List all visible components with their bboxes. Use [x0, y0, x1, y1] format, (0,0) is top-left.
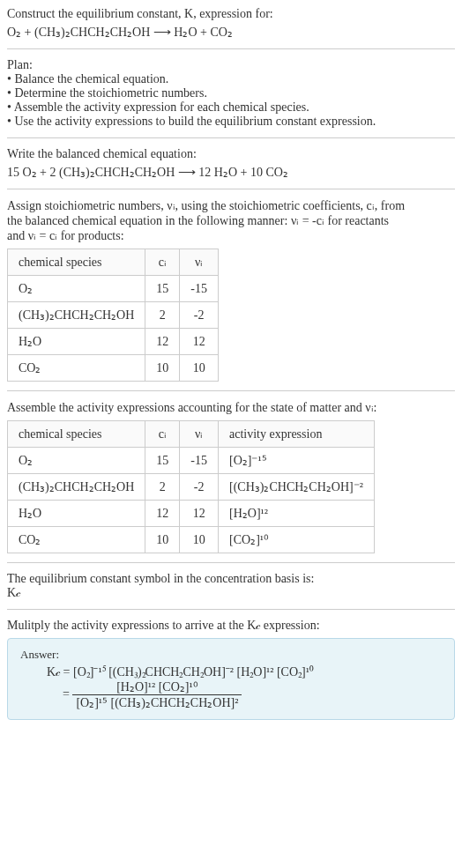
table-cell: 12 [145, 501, 180, 527]
intro: Construct the equilibrium constant, K, e… [7, 7, 455, 40]
table-row: CO₂ 10 10 [8, 355, 219, 382]
table-row: H₂O 12 12 [8, 329, 219, 355]
expr-line1: K𝒸 = [O₂]⁻¹⁵ [(CH₃)₂CHCH₂CH₂OH]⁻² [H₂O]¹… [47, 665, 442, 679]
activity-heading: Assemble the activity expressions accoun… [7, 400, 455, 415]
stoich-heading: Assign stoichiometric numbers, νᵢ, using… [7, 198, 455, 213]
table-cell: (CH₃)₂CHCH₂CH₂OH [8, 474, 145, 501]
table-cell: 10 [180, 355, 219, 382]
table-row: (CH₃)₂CHCH₂CH₂OH 2 -2 [8, 302, 219, 329]
table-cell: CO₂ [8, 527, 145, 553]
activity-table: chemical species cᵢ νᵢ activity expressi… [7, 420, 375, 553]
table-cell: 15 [145, 276, 180, 302]
table-cell: 10 [145, 527, 180, 553]
plan-item: • Determine the stoichiometric numbers. [7, 86, 455, 100]
table-header: activity expression [219, 421, 375, 448]
table-cell: 12 [145, 329, 180, 355]
fraction-numerator: [H₂O]¹² [CO₂]¹⁰ [72, 679, 242, 695]
table-cell: (CH₃)₂CHCH₂CH₂OH [8, 302, 145, 329]
divider [7, 137, 455, 138]
plan: Plan: • Balance the chemical equation. •… [7, 58, 455, 129]
intro-text: Construct the equilibrium constant, K, e… [7, 7, 455, 21]
table-cell: 10 [180, 527, 219, 553]
stoich-heading: and νᵢ = cᵢ for products: [7, 228, 455, 243]
divider [7, 390, 455, 391]
table-cell: [CO₂]¹⁰ [219, 527, 375, 553]
answer-box: Answer: K𝒸 = [O₂]⁻¹⁵ [(CH₃)₂CHCH₂CH₂OH]⁻… [7, 638, 455, 720]
divider [7, 48, 455, 49]
table-cell: [H₂O]¹² [219, 501, 375, 527]
table-cell: [O₂]⁻¹⁵ [219, 448, 375, 474]
plan-item: • Balance the chemical equation. [7, 72, 455, 86]
answer-expression: K𝒸 = [O₂]⁻¹⁵ [(CH₃)₂CHCH₂CH₂OH]⁻² [H₂O]¹… [20, 665, 442, 710]
table-cell: -2 [180, 302, 219, 329]
table-cell: -15 [180, 276, 219, 302]
table-cell: 2 [145, 302, 180, 329]
table-header: cᵢ [145, 421, 180, 448]
table-row: CO₂ 10 10 [CO₂]¹⁰ [8, 527, 375, 553]
table-cell: CO₂ [8, 355, 145, 382]
stoich-table: chemical species cᵢ νᵢ O₂ 15 -15 (CH₃)₂C… [7, 249, 219, 382]
table-cell: H₂O [8, 501, 145, 527]
divider [7, 562, 455, 563]
divider [7, 609, 455, 610]
table-header: νᵢ [180, 421, 219, 448]
table-header: chemical species [8, 249, 145, 276]
fraction-denominator: [O₂]¹⁵ [(CH₃)₂CHCH₂CH₂OH]² [72, 695, 242, 710]
table-row: O₂ 15 -15 [O₂]⁻¹⁵ [8, 448, 375, 474]
plan-item: • Assemble the activity expression for e… [7, 100, 455, 115]
balanced: Write the balanced chemical equation: 15… [7, 147, 455, 180]
table-row: O₂ 15 -15 [8, 276, 219, 302]
table-cell: 12 [180, 329, 219, 355]
table-cell: -2 [180, 474, 219, 501]
plan-heading: Plan: [7, 58, 455, 72]
symbol-value: K𝒸 [7, 586, 455, 600]
final-heading: Mulitply the activity expressions to arr… [7, 619, 455, 633]
table-cell: O₂ [8, 276, 145, 302]
table-cell: -15 [180, 448, 219, 474]
table-header: chemical species [8, 421, 145, 448]
table-cell: H₂O [8, 329, 145, 355]
divider [7, 189, 455, 189]
table-cell: 15 [145, 448, 180, 474]
table-header: νᵢ [180, 249, 219, 276]
answer-label: Answer: [20, 648, 442, 662]
final: Mulitply the activity expressions to arr… [7, 619, 455, 720]
table-cell: 12 [180, 501, 219, 527]
table-header: cᵢ [145, 249, 180, 276]
table-cell: 10 [145, 355, 180, 382]
table-cell: [(CH₃)₂CHCH₂CH₂OH]⁻² [219, 474, 375, 501]
balanced-equation: 15 O₂ + 2 (CH₃)₂CHCH₂CH₂OH ⟶ 12 H₂O + 10… [7, 165, 455, 180]
fraction: [H₂O]¹² [CO₂]¹⁰ [O₂]¹⁵ [(CH₃)₂CHCH₂CH₂OH… [72, 679, 242, 710]
stoich-heading: the balanced chemical equation in the fo… [7, 213, 455, 228]
table-cell: O₂ [8, 448, 145, 474]
stoich: Assign stoichiometric numbers, νᵢ, using… [7, 198, 455, 382]
table-row: H₂O 12 12 [H₂O]¹² [8, 501, 375, 527]
eq-prefix: = [63, 687, 72, 701]
expr-line2: = [H₂O]¹² [CO₂]¹⁰ [O₂]¹⁵ [(CH₃)₂CHCH₂CH₂… [63, 679, 442, 710]
table-row: (CH₃)₂CHCH₂CH₂OH 2 -2 [(CH₃)₂CHCH₂CH₂OH]… [8, 474, 375, 501]
table-cell: 2 [145, 474, 180, 501]
symbol-text: The equilibrium constant symbol in the c… [7, 572, 455, 586]
symbol: The equilibrium constant symbol in the c… [7, 572, 455, 600]
plan-item: • Use the activity expressions to build … [7, 115, 455, 129]
intro-equation: O₂ + (CH₃)₂CHCH₂CH₂OH ⟶ H₂O + CO₂ [7, 25, 455, 40]
balanced-heading: Write the balanced chemical equation: [7, 147, 455, 161]
activity: Assemble the activity expressions accoun… [7, 400, 455, 553]
